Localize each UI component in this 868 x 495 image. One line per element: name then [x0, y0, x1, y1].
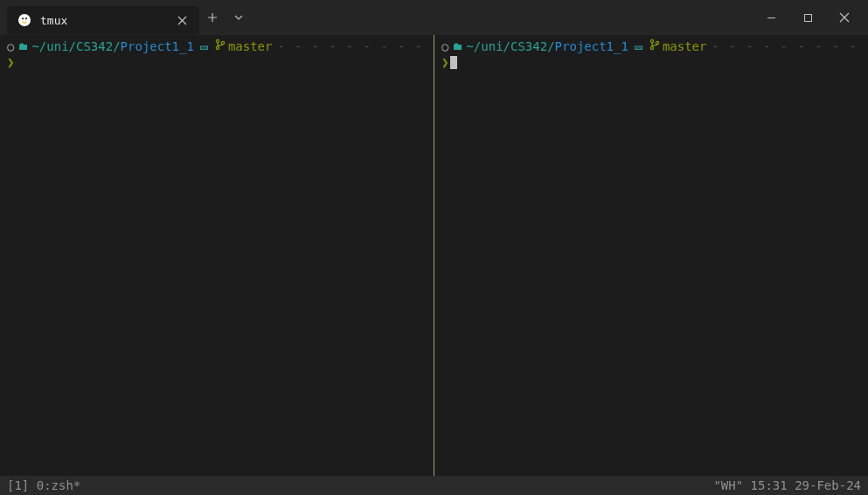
svg-point-9: [656, 41, 658, 44]
close-icon[interactable]: [173, 11, 191, 29]
status-left: [1] 0:zsh*: [7, 478, 80, 492]
cursor: [450, 56, 457, 69]
tmux-pane-right[interactable]: ○ 🖿 ~/uni/CS342/Project1_1 🝙 master - - …: [434, 35, 868, 476]
prompt-line: ○ 🖿 ~/uni/CS342/Project1_1 🝙 master - - …: [7, 38, 427, 54]
tab[interactable]: tmux: [7, 6, 199, 34]
tmux-pane-left[interactable]: ○ 🖿 ~/uni/CS342/Project1_1 🝙 master - - …: [0, 35, 434, 476]
git-branch-icon: [649, 38, 660, 54]
prompt-input-line: ❯: [441, 54, 861, 70]
prompt-symbol: ❯: [441, 54, 448, 70]
svg-point-5: [216, 46, 219, 49]
arrow-icon: ○: [441, 38, 448, 54]
svg-point-2: [25, 17, 27, 19]
titlebar: tmux: [0, 0, 868, 35]
prompt-symbol: ❯: [7, 54, 14, 70]
prompt-fill: - - - - - - - - - - - - - - - - - - - - …: [277, 38, 427, 54]
svg-point-8: [650, 46, 653, 49]
path-project: Project1_1: [121, 38, 194, 54]
tmux-status-bar: [1] 0:zsh* "WH" 15:31 29-Feb-24: [0, 476, 868, 495]
arrow-icon: ○: [7, 38, 14, 54]
git-branch: master: [228, 38, 273, 54]
svg-point-0: [18, 14, 31, 26]
svg-point-7: [650, 39, 653, 42]
path-prefix: ~/uni/CS342/: [466, 38, 554, 54]
tab-dropdown-button[interactable]: [226, 4, 252, 31]
minimize-button[interactable]: [753, 4, 789, 31]
maximize-button[interactable]: [789, 4, 826, 31]
terminal-area: ○ 🖿 ~/uni/CS342/Project1_1 🝙 master - - …: [0, 35, 868, 476]
linux-icon: [17, 13, 31, 27]
svg-point-1: [22, 17, 24, 19]
new-tab-button[interactable]: [199, 4, 226, 31]
git-branch-icon: [215, 38, 226, 54]
tab-title: tmux: [40, 14, 164, 27]
link-icon: 🝙: [634, 38, 644, 54]
path-project: Project1_1: [555, 38, 628, 54]
git-branch: master: [663, 38, 707, 54]
prompt-input-line: ❯: [7, 54, 427, 70]
svg-point-6: [221, 41, 224, 44]
folder-icon: 🖿: [453, 38, 463, 54]
status-right: "WH" 15:31 29-Feb-24: [713, 478, 861, 492]
svg-rect-3: [804, 14, 811, 21]
link-icon: 🝙: [199, 38, 210, 54]
path-prefix: ~/uni/CS342/: [31, 38, 120, 54]
svg-point-4: [216, 39, 219, 42]
folder-icon: 🖿: [18, 38, 29, 54]
window-controls: [753, 4, 863, 31]
close-window-button[interactable]: [826, 4, 863, 31]
prompt-fill: - - - - - - - - - - - - - - - - - - - - …: [712, 38, 861, 54]
prompt-line: ○ 🖿 ~/uni/CS342/Project1_1 🝙 master - - …: [441, 38, 861, 54]
